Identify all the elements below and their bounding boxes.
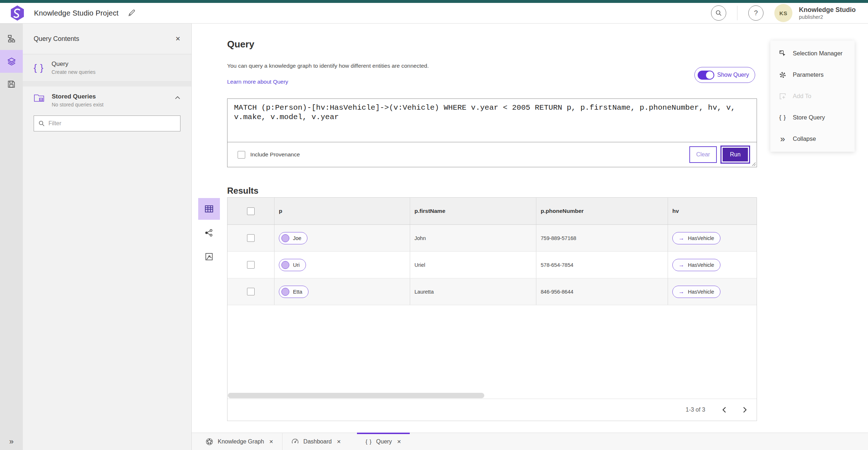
- user-name: publisher2: [799, 14, 856, 20]
- stored-queries-section[interactable]: Stored Queries No stored queries exist: [23, 87, 191, 110]
- query-workspace: Query You can query a knowledge graph to…: [192, 24, 868, 433]
- layers-icon[interactable]: [0, 50, 23, 73]
- tab-dashboard[interactable]: Dashboard ✕: [282, 433, 350, 450]
- row-checkbox[interactable]: [247, 261, 255, 269]
- item-label: Add To: [793, 93, 811, 100]
- chevron-right-icon[interactable]: [743, 407, 747, 413]
- table-row[interactable]: Etta Lauretta 846-956-8644 → HasVehicle: [227, 278, 757, 305]
- query-item-title: Query: [52, 60, 95, 68]
- column-label: p.phoneNumber: [541, 208, 584, 214]
- close-icon[interactable]: ✕: [269, 439, 273, 445]
- header-cell-select: [227, 198, 275, 224]
- left-icon-rail: »: [0, 24, 23, 450]
- entity-node-pill[interactable]: Uri: [279, 259, 306, 271]
- header-cell[interactable]: p: [275, 198, 410, 224]
- tab-label: Dashboard: [303, 438, 332, 445]
- save-icon[interactable]: [0, 73, 23, 96]
- collapse-item[interactable]: » Collapse: [770, 128, 855, 150]
- selection-manager-item[interactable]: Selection Manager: [770, 43, 855, 64]
- curly-braces-icon: { }: [34, 62, 44, 73]
- header-actions: ? KS Knowledge Studio publisher2: [711, 4, 856, 22]
- user-menu[interactable]: Knowledge Studio publisher2: [799, 6, 856, 21]
- entity-node-pill[interactable]: Etta: [279, 286, 309, 298]
- header-cell[interactable]: hv: [668, 198, 757, 224]
- tab-label: Knowledge Graph: [218, 438, 264, 445]
- horizontal-scrollbar[interactable]: [228, 393, 484, 398]
- app-header: Knowledge Studio Project ? KS Knowledge …: [0, 3, 868, 24]
- query-contents-panel: Query Contents ✕ { } Query Create new qu…: [23, 24, 192, 450]
- knowledge-studio-app: Knowledge Studio Project ? KS Knowledge …: [0, 0, 868, 450]
- chevron-up-icon[interactable]: [175, 93, 180, 108]
- app-logo-icon[interactable]: [10, 5, 25, 21]
- help-icon[interactable]: ?: [748, 5, 763, 21]
- stored-queries-title: Stored Queries: [52, 93, 103, 100]
- select-all-checkbox[interactable]: [247, 207, 255, 215]
- collapse-icon: »: [778, 135, 787, 143]
- column-label: p: [279, 208, 282, 214]
- row-checkbox[interactable]: [247, 234, 255, 242]
- close-icon[interactable]: ✕: [337, 439, 341, 445]
- arrow-right-icon: →: [678, 262, 684, 268]
- item-label: Collapse: [793, 135, 816, 142]
- table-header-row: p p.firstName p.phoneNumber hv: [227, 198, 757, 225]
- show-query-toggle[interactable]: Show Query: [694, 67, 755, 83]
- table-row[interactable]: Joe John 759-889-57168 → HasVehicle: [227, 225, 757, 252]
- top-accent-strip: [0, 0, 868, 3]
- learn-more-link[interactable]: Learn more about Query: [227, 79, 288, 85]
- arrow-right-icon: →: [678, 235, 684, 241]
- stored-folder-icon: [34, 93, 44, 108]
- table-pagination: 1-3 of 3: [227, 399, 757, 421]
- close-icon[interactable]: ✕: [175, 35, 180, 43]
- graph-view-icon[interactable]: [198, 222, 220, 244]
- run-button[interactable]: Run: [720, 146, 750, 164]
- relationship-pill[interactable]: → HasVehicle: [672, 259, 720, 271]
- row-checkbox[interactable]: [247, 288, 255, 295]
- sidebar-item-query[interactable]: { } Query Create new queries: [23, 54, 191, 81]
- node-label: Uri: [293, 262, 300, 268]
- close-icon[interactable]: ✕: [397, 439, 401, 445]
- edge-label: HasVehicle: [688, 289, 714, 295]
- query-editor-container: MATCH (p:Person)-[hv:HasVehicle]->(v:Veh…: [227, 98, 757, 167]
- toggle-on-icon: [698, 71, 714, 80]
- cell-firstName: John: [414, 235, 426, 241]
- item-label: Selection Manager: [793, 50, 843, 57]
- stored-queries-subtitle: No stored queries exist: [52, 102, 103, 108]
- resize-handle-icon[interactable]: [752, 162, 756, 166]
- chevron-left-icon[interactable]: [722, 407, 726, 413]
- dashboard-icon: [291, 438, 299, 446]
- node-label: Etta: [293, 289, 302, 295]
- query-description: You can query a knowledge graph to ident…: [227, 63, 429, 69]
- add-to-item: Add To: [770, 85, 855, 107]
- relationship-pill[interactable]: → HasVehicle: [672, 286, 720, 298]
- header-cell[interactable]: p.firstName: [410, 198, 536, 224]
- chart-view-icon[interactable]: [198, 246, 220, 268]
- results-table: p p.firstName p.phoneNumber hv Joe John …: [227, 197, 757, 421]
- edge-label: HasVehicle: [688, 235, 714, 241]
- query-item-subtitle: Create new queries: [52, 69, 95, 75]
- clear-button[interactable]: Clear: [689, 146, 717, 163]
- curly-braces-icon: { }: [366, 438, 372, 445]
- user-app-name: Knowledge Studio: [799, 6, 856, 14]
- filter-input[interactable]: [48, 120, 176, 127]
- query-text-input[interactable]: MATCH (p:Person)-[hv:HasVehicle]->(v:Veh…: [227, 99, 757, 142]
- node-color-dot: [281, 261, 289, 269]
- relationship-pill[interactable]: → HasVehicle: [672, 232, 720, 244]
- edit-title-icon[interactable]: [127, 9, 136, 17]
- tab-query[interactable]: { } Query ✕: [357, 433, 410, 450]
- store-query-item[interactable]: { } Store Query: [770, 107, 855, 128]
- avatar[interactable]: KS: [774, 4, 792, 22]
- add-to-icon: [778, 92, 787, 100]
- node-color-dot: [281, 288, 289, 296]
- tab-knowledge-graph[interactable]: Knowledge Graph ✕: [197, 433, 282, 450]
- search-icon[interactable]: [711, 5, 726, 21]
- bottom-tab-bar: Knowledge Graph ✕ Dashboard ✕ { } Query …: [192, 433, 868, 450]
- header-cell[interactable]: p.phoneNumber: [536, 198, 668, 224]
- schema-icon[interactable]: [0, 27, 23, 50]
- search-icon: [38, 120, 45, 127]
- parameters-item[interactable]: Parameters: [770, 64, 855, 85]
- table-row[interactable]: Uri Uriel 578-654-7854 → HasVehicle: [227, 252, 757, 278]
- entity-node-pill[interactable]: Joe: [279, 232, 307, 244]
- expand-rail-icon[interactable]: »: [0, 437, 23, 446]
- include-provenance-checkbox[interactable]: [238, 151, 245, 159]
- table-view-icon[interactable]: [198, 198, 220, 220]
